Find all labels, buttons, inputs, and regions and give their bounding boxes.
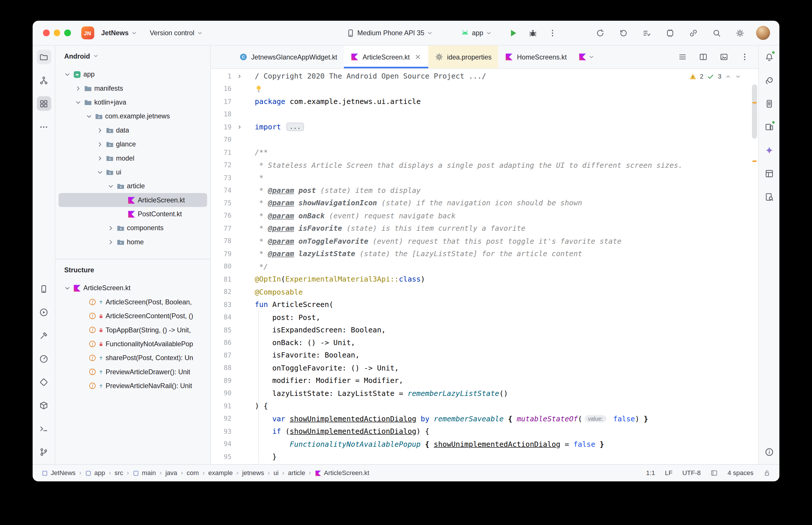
inspections-widget[interactable]: 2 3 [686, 72, 744, 81]
tool-gemini-button[interactable] [762, 143, 776, 158]
project-tree-item[interactable]: glance [59, 137, 207, 151]
project-tree-item[interactable]: com.example.jetnews [59, 109, 207, 123]
code-editor[interactable]: 1/ Copyright 2020 The Android Open Sourc… [211, 69, 758, 464]
chevron-down-icon[interactable] [75, 99, 82, 106]
hidden-tabs-dropdown[interactable] [573, 46, 600, 69]
warning-stripe-mark[interactable] [752, 102, 756, 103]
chevron-down-icon[interactable] [63, 71, 71, 78]
line-separator[interactable]: LF [665, 469, 673, 477]
next-problem-icon[interactable] [735, 73, 741, 80]
tool-device-explorer-button[interactable] [762, 96, 776, 110]
file-encoding[interactable]: UTF-8 [682, 469, 700, 477]
chevron-right-icon[interactable] [96, 141, 103, 148]
restore-button[interactable] [616, 25, 631, 41]
project-tree-item[interactable]: kotlin+java [59, 95, 207, 109]
structure-item[interactable]: fsharePost(Post, Context): Un [59, 351, 207, 365]
more-vertical-button[interactable] [739, 51, 751, 63]
fold-marker-icon[interactable] [232, 73, 247, 79]
project-tree-item[interactable]: home [59, 235, 207, 249]
sync-project-button[interactable] [592, 25, 608, 41]
tool-profiler-button[interactable] [36, 351, 51, 366]
editor-scrollbar[interactable] [751, 69, 758, 464]
avatar[interactable] [756, 26, 770, 40]
tab-HomeScreens.kt[interactable]: HomeScreens.kt [498, 46, 573, 69]
project-tree-item[interactable]: data [59, 123, 207, 137]
tool-resource-grid-button[interactable] [36, 96, 51, 110]
project-tree-item[interactable]: components [59, 221, 207, 235]
device-selector[interactable]: Medium Phone API 35 [342, 26, 438, 40]
warning-stripe-mark[interactable] [752, 161, 756, 162]
run-button[interactable] [505, 25, 521, 41]
chevron-down-icon[interactable] [107, 182, 115, 190]
project-tree-item[interactable]: app [59, 67, 207, 81]
structure-item[interactable]: fTopAppBar(String, () -> Unit, [59, 323, 207, 337]
tool-notifications-button[interactable] [762, 50, 776, 64]
project-tree-item[interactable]: PostContent.kt [59, 207, 207, 221]
chevron-right-icon[interactable] [96, 154, 103, 162]
project-tree-item[interactable]: article [59, 179, 207, 193]
tool-layout-inspector-button[interactable] [762, 166, 776, 180]
caret-position[interactable]: 1:1 [646, 469, 655, 477]
tool-terminal-button[interactable] [36, 421, 51, 436]
tool-device-mirror-button[interactable] [762, 120, 776, 134]
tab-JetnewsGlanceAppWidget.kt[interactable]: CJetnewsGlanceAppWidget.kt [233, 46, 344, 69]
breadcrumb-item[interactable]: com [187, 469, 199, 477]
chevron-down-icon[interactable] [86, 112, 93, 120]
tool-problems-button[interactable] [762, 445, 776, 459]
scrollbar-thumb[interactable] [752, 84, 757, 139]
project-widget[interactable]: JetNews [97, 26, 142, 39]
chevron-right-icon[interactable] [107, 224, 115, 231]
breadcrumb-item[interactable]: main [133, 469, 156, 477]
project-tree-item[interactable]: ArticleScreen.kt [59, 193, 207, 207]
breadcrumb-item[interactable]: article [288, 469, 305, 477]
project-panel-header[interactable]: Android [56, 46, 210, 66]
breadcrumb-item[interactable]: src [115, 469, 123, 477]
chevron-right-icon[interactable] [96, 126, 103, 134]
tool-device-manager-button[interactable] [36, 282, 51, 296]
project-tree-item[interactable]: ui [59, 165, 207, 179]
preview-button[interactable] [718, 51, 730, 63]
settings-button[interactable] [732, 25, 748, 41]
tool-project-folder-button[interactable] [36, 50, 51, 64]
editor-list-button[interactable] [676, 51, 689, 63]
breadcrumb-item[interactable]: ArticleScreen.kt [315, 469, 369, 477]
close-window-button[interactable] [43, 30, 49, 36]
chevron-down-icon[interactable] [63, 284, 71, 292]
chevron-right-icon[interactable] [107, 238, 115, 245]
fold-marker-icon[interactable] [232, 124, 247, 130]
tool-running-devices-button[interactable] [36, 305, 51, 319]
breadcrumb-item[interactable]: jetnews [242, 469, 264, 477]
zoom-window-button[interactable] [64, 30, 71, 36]
chevron-down-icon[interactable] [96, 168, 103, 176]
indent-style[interactable]: 4 spaces [728, 469, 754, 477]
structure-item[interactable]: fArticleScreen(Post, Boolean, [59, 295, 207, 309]
tool-app-insights-button[interactable] [762, 190, 776, 204]
project-tree-item[interactable]: model [59, 151, 207, 165]
breadcrumb-item[interactable]: java [165, 469, 177, 477]
tool-dependencies-button[interactable] [36, 398, 51, 412]
tool-app-inspection-button[interactable] [36, 375, 51, 389]
run-config-selector[interactable]: app [457, 26, 496, 40]
debug-button[interactable] [525, 25, 541, 41]
close-icon[interactable] [414, 54, 422, 61]
structure-item[interactable]: fPreviewArticleDrawer(): Unit [59, 365, 207, 379]
tool-gradle-button[interactable] [762, 73, 776, 88]
structure-item[interactable]: fArticleScreenContent(Post, () [59, 309, 207, 323]
plugin-button[interactable] [662, 25, 678, 41]
tool-build-tool-button[interactable] [36, 328, 51, 343]
structure-item[interactable]: fFunctionalityNotAvailablePop [59, 337, 207, 351]
task-list-button[interactable] [639, 25, 654, 41]
breadcrumb-item[interactable]: example [208, 469, 233, 477]
split-editor-button[interactable] [697, 51, 709, 63]
breadcrumb-item[interactable]: JetNews [41, 469, 75, 477]
tab-idea.properties[interactable]: idea.properties [429, 46, 499, 69]
tool-version-control-button[interactable] [36, 445, 51, 459]
tool-commit-graph-button[interactable] [36, 73, 51, 88]
project-tree-item[interactable]: manifests [59, 81, 207, 95]
prev-problem-icon[interactable] [725, 73, 732, 80]
search-button[interactable] [709, 25, 724, 41]
chevron-right-icon[interactable] [75, 85, 82, 92]
device-link-button[interactable] [686, 25, 701, 41]
structure-root-item[interactable]: ArticleScreen.kt [59, 281, 207, 295]
structure-item[interactable]: fPreviewArticleNavRail(): Unit [59, 379, 207, 393]
